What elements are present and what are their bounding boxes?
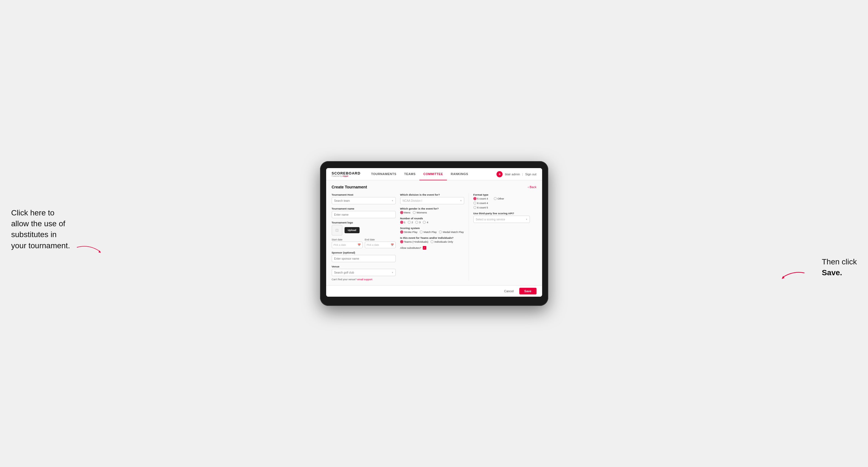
event-individuals-radio[interactable]	[431, 240, 434, 243]
scoring-api-label: Use third-party live scoring API?	[473, 212, 530, 215]
event-teams[interactable]: Teams (+Individuals)	[400, 240, 428, 243]
venue-input[interactable]: ▾	[332, 269, 396, 276]
format-6count4-radio[interactable]	[473, 201, 476, 205]
format-other-radio[interactable]	[494, 197, 497, 200]
division-group: Which division is the event for? NCAA Di…	[400, 193, 464, 204]
rounds-1-radio[interactable]	[400, 221, 403, 224]
scoring-match[interactable]: Match Play	[420, 230, 437, 234]
division-select[interactable]: NCAA Division I ▾	[400, 197, 464, 204]
tournament-name-field[interactable]	[334, 213, 393, 216]
rounds-1[interactable]: 1	[400, 221, 405, 224]
venue-chevron-icon: ▾	[392, 271, 393, 274]
logo-powered-by: Powered by clippd	[332, 175, 361, 177]
start-date-label: Start date	[332, 238, 363, 241]
sponsor-field[interactable]	[334, 257, 393, 260]
tablet-device: SCOREBOARD Powered by clippd TOURNAMENTS…	[320, 161, 548, 306]
gender-womens[interactable]: Womens	[413, 211, 427, 214]
page-wrapper: Click here to allow the use of substitut…	[11, 161, 857, 306]
division-value: NCAA Division I	[403, 199, 423, 202]
scoring-label: Scoring system	[400, 226, 464, 229]
rounds-group: Number of rounds 1 2	[400, 217, 464, 224]
format-5count4[interactable]: 5 count 4	[473, 197, 488, 200]
user-avatar: B	[496, 171, 503, 177]
email-support-link[interactable]: email support	[357, 278, 372, 281]
cancel-button[interactable]: Cancel	[501, 288, 517, 294]
image-icon: ⊡	[335, 228, 339, 232]
page-title: Create Tournament	[332, 185, 367, 189]
sponsor-label: Sponsor (optional)	[332, 251, 396, 254]
venue-help: Can't find your venue? email support	[332, 278, 396, 281]
page-header: Create Tournament ‹ Back	[332, 185, 536, 189]
format-5count4-radio[interactable]	[473, 197, 476, 200]
nav-committee[interactable]: COMMITTEE	[420, 168, 447, 180]
event-teams-radio[interactable]	[400, 240, 403, 243]
venue-field[interactable]	[334, 271, 392, 274]
scoring-stroke[interactable]: Stroke Play	[400, 230, 418, 234]
tournament-logo-label: Tournament logo	[332, 221, 396, 224]
rounds-3-radio[interactable]	[415, 221, 418, 224]
tournament-host-field[interactable]	[334, 199, 392, 202]
calendar-icon: 📅	[358, 244, 361, 246]
back-button[interactable]: ‹ Back	[528, 185, 536, 189]
arrow-left-icon	[69, 242, 108, 256]
nav-bar: SCOREBOARD Powered by clippd TOURNAMENTS…	[326, 168, 542, 180]
scoring-api-select[interactable]: Select a scoring service ▾	[473, 216, 530, 223]
logo: SCOREBOARD Powered by clippd	[332, 171, 361, 177]
nav-teams[interactable]: TEAMS	[400, 168, 420, 180]
gender-radio-group: Mens Womens	[400, 211, 464, 214]
scoring-stroke-radio[interactable]	[400, 230, 403, 234]
gender-group: Which gender is the event for? Mens	[400, 207, 464, 214]
end-date-group: End date Pick a date 📅	[365, 238, 396, 248]
tournament-host-label: Tournament Host	[332, 193, 396, 196]
sign-out-link[interactable]: Sign out	[525, 173, 536, 176]
tournament-name-input[interactable]	[332, 211, 396, 218]
format-group: Format type 5 count 4	[473, 193, 530, 209]
format-other[interactable]: Other	[494, 197, 504, 200]
logo-upload-area: ⊡ Upload	[332, 225, 396, 236]
tournament-logo-group: Tournament logo ⊡ Upload	[332, 221, 396, 236]
nav-right: B blair admin | Sign out	[496, 171, 536, 177]
save-button[interactable]: Save	[519, 288, 536, 294]
scoring-match-radio[interactable]	[420, 230, 423, 234]
bottom-bar: Cancel Save	[326, 285, 542, 297]
event-individuals[interactable]: Individuals Only	[431, 240, 453, 243]
scoring-medal[interactable]: Medal Match Play	[439, 230, 464, 234]
end-date-input[interactable]: Pick a date 📅	[365, 242, 396, 248]
logo-clippd: clippd	[342, 175, 348, 177]
format-6count4[interactable]: 6 count 4	[473, 201, 530, 205]
substitutes-checkbox[interactable]: ✓	[423, 246, 426, 250]
tournament-host-group: Tournament Host ▾	[332, 193, 396, 204]
form-col-3: Format type 5 count 4	[469, 193, 530, 281]
gender-label: Which gender is the event for?	[400, 207, 464, 210]
upload-button[interactable]: Upload	[344, 227, 360, 233]
rounds-2[interactable]: 2	[408, 221, 413, 224]
scoring-medal-radio[interactable]	[439, 230, 442, 234]
rounds-3[interactable]: 3	[415, 221, 421, 224]
sponsor-group: Sponsor (optional)	[332, 251, 396, 262]
format-6count5[interactable]: 6 count 5	[473, 206, 530, 209]
nav-tournaments[interactable]: TOURNAMENTS	[367, 168, 400, 180]
gender-mens-radio[interactable]	[400, 211, 403, 214]
nav-rankings[interactable]: RANKINGS	[447, 168, 472, 180]
scoring-radio-group: Stroke Play Match Play Medal Match Play	[400, 230, 464, 234]
gender-mens[interactable]: Mens	[400, 211, 410, 214]
logo-scoreboard: SCOREBOARD	[332, 171, 361, 175]
format-label: Format type	[473, 193, 530, 196]
format-6count5-radio[interactable]	[473, 206, 476, 209]
tournament-host-input[interactable]: ▾	[332, 197, 396, 204]
start-date-input[interactable]: Pick a date 📅	[332, 242, 363, 248]
division-label: Which division is the event for?	[400, 193, 464, 196]
sponsor-input[interactable]	[332, 255, 396, 262]
rounds-4[interactable]: 4	[423, 221, 428, 224]
rounds-radio-group: 1 2 3	[400, 221, 464, 224]
rounds-2-radio[interactable]	[408, 221, 411, 224]
tournament-name-label: Tournament name	[332, 207, 396, 210]
form-col-2: Which division is the event for? NCAA Di…	[400, 193, 464, 281]
tablet-screen: SCOREBOARD Powered by clippd TOURNAMENTS…	[326, 168, 542, 297]
gender-womens-radio[interactable]	[413, 211, 416, 214]
scoring-api-chevron-icon: ▾	[526, 218, 527, 221]
event-type-label: Is this event for Teams and/or Individua…	[400, 236, 464, 239]
rounds-4-radio[interactable]	[423, 221, 426, 224]
division-chevron-icon: ▾	[460, 199, 462, 202]
form-col-1: Tournament Host ▾ Tournament name	[332, 193, 396, 281]
